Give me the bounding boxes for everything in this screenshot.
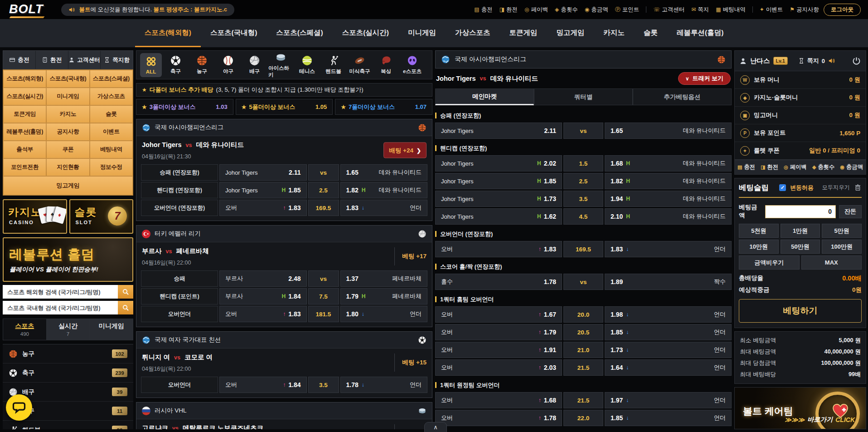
topmenu-item-이벤트[interactable]: ✦이벤트 (760, 6, 783, 14)
menu-미니게임[interactable]: 미니게임 (46, 88, 89, 105)
menu-포인트전환[interactable]: 포인트전환 (3, 158, 46, 176)
match-card-league-header[interactable]: 터키 에펠러 리기 (136, 226, 432, 242)
domestic-search-input[interactable] (3, 301, 118, 314)
bonus-folder-3폴더이상 보너스[interactable]: ★3폴더이상 보너스1.03 (136, 99, 233, 115)
wallet-quick-환전[interactable]: ◨환전 (761, 163, 778, 171)
odds-cell-away[interactable]: 2.10H데와 유나이티드 (605, 208, 732, 225)
topmenu-item-페이백[interactable]: ◎페이백 (524, 6, 548, 14)
overseas-search-button[interactable] (118, 285, 133, 299)
menu-밍고게임[interactable]: 밍고게임 (3, 176, 133, 195)
menu-공지사항[interactable]: 공지사항 (46, 123, 89, 141)
detail-league-header[interactable]: 국제 아시아챔피언스리그 (435, 50, 732, 69)
odds-cell-home[interactable]: 오버↑1.78 (435, 410, 562, 426)
topmenu-item-쪽지[interactable]: ✉쪽지 (691, 6, 709, 14)
odds-cell-away[interactable]: 1.37페네르바체 (340, 270, 428, 287)
wallet-quick-충금액[interactable]: ◉충금액 (840, 163, 863, 171)
odds-cell-home[interactable]: 오버↑1.83 (219, 200, 307, 216)
filter-아이스하키[interactable]: 아이스하키 (268, 50, 293, 81)
bet-amount-input[interactable] (765, 205, 836, 218)
more-bets-button[interactable]: 배팅 +24❯ (383, 142, 427, 158)
match-card-league-header[interactable]: 러시아 VHL (136, 403, 432, 419)
topmenu-item-고객센터[interactable]: ☏고객센터 (653, 6, 684, 14)
amount-button-5만원[interactable]: 5만원 (822, 224, 862, 238)
logout-button[interactable]: 로그아웃 (824, 4, 861, 16)
wallet-quick-충전[interactable]: ▤충전 (737, 163, 755, 171)
menu-슬롯[interactable]: 슬롯 (90, 105, 133, 123)
topmenu-item-충전[interactable]: ▤충전 (474, 6, 492, 14)
amount-button-10만원[interactable]: 10만원 (739, 240, 779, 254)
menu-이벤트[interactable]: 이벤트 (90, 123, 133, 141)
bonus-folder-7폴더이상 보너스[interactable]: ★7폴더이상 보너스1.07 (335, 99, 432, 115)
trash-icon[interactable] (854, 184, 862, 191)
odds-cell-away[interactable]: 1.64↓언더 (605, 359, 732, 376)
overseas-search-input[interactable] (3, 285, 118, 299)
odds-cell-home[interactable]: Johor Tigers2.11 (435, 123, 562, 139)
odds-cell-away[interactable]: 1.79H페네르바체 (340, 288, 428, 304)
odds-cell-home[interactable]: Johor TigersH1.85 (219, 182, 307, 198)
amount-button-1만원[interactable]: 1만원 (781, 224, 820, 238)
nav-tab-토큰게임[interactable]: 토큰게임 (499, 19, 547, 47)
chat-launcher-button[interactable] (6, 394, 32, 421)
topmenu-item-포인트[interactable]: Ⓟ포인트 (615, 6, 640, 14)
odds-cell-home[interactable]: Johor Tigers2.11 (219, 164, 307, 181)
care-team-banner[interactable]: 볼트 케어팀 ≫≫≫ 바로가기 CLICK (734, 387, 866, 429)
odds-cell-home[interactable]: Johor TigersH2.02 (435, 155, 562, 172)
nav-tab-스포츠(해외형)[interactable]: 스포츠(해외형) (135, 19, 201, 47)
left-tab-미니게임[interactable]: 미니게임 (90, 319, 133, 340)
sound-icon[interactable] (828, 57, 835, 64)
menu-스포츠(스페셜)[interactable]: 스포츠(스페셜) (90, 70, 133, 88)
more-bets-button[interactable]: 베팅 +18 (394, 424, 427, 429)
site-logo[interactable]: BOLT (7, 2, 47, 17)
filter-배구[interactable]: 배구 (242, 52, 267, 78)
topmenu-item-충횟수[interactable]: ◈충횟수 (555, 6, 578, 14)
odds-cell-home[interactable]: 오버↑1.83 (435, 241, 562, 257)
odds-cell-away[interactable]: 1.83↓언더 (340, 200, 428, 216)
quick-쪽지함[interactable]: 쪽지함 (101, 51, 133, 69)
filter-테니스[interactable]: 테니스 (295, 52, 320, 78)
menu-베팅내역[interactable]: 베팅내역 (90, 141, 133, 158)
tracker-button[interactable]: ∨ 트래커 보기 (678, 72, 731, 85)
topmenu-item-환전[interactable]: ◨환전 (499, 6, 518, 14)
odds-cell-away[interactable]: 1.94H데와 유나이티드 (605, 191, 732, 207)
sport-row-핸드볼[interactable]: 핸드볼29 (3, 421, 133, 429)
odds-cell-away[interactable]: 1.80↓언더 (340, 306, 428, 322)
odds-cell-home[interactable]: 홀수1.78 (435, 274, 562, 290)
more-bets-button[interactable]: 베팅 +17 (394, 247, 427, 265)
odds-cell-away[interactable]: 1.85↓언더 (605, 410, 732, 426)
wallet-quick-페이백[interactable]: ◎페이백 (784, 163, 807, 171)
nav-tab-슬롯[interactable]: 슬롯 (634, 19, 667, 47)
menu-스포츠(실시간)[interactable]: 스포츠(실시간) (3, 88, 46, 105)
domestic-search-button[interactable] (118, 301, 133, 314)
amount-button-5천원[interactable]: 5천원 (739, 224, 779, 238)
amount-button-50만원[interactable]: 50만원 (781, 240, 820, 254)
filter-ALL[interactable]: ALL (140, 53, 162, 77)
odds-cell-home[interactable]: 오버↑1.91 (435, 342, 562, 358)
odds-cell-away[interactable]: 1.85↓언더 (605, 324, 732, 340)
odds-cell-home[interactable]: 부르사H1.84 (219, 288, 307, 304)
menu-레볼루션(홀덤)[interactable]: 레볼루션(홀덤) (3, 123, 46, 141)
detail-tab-메인마켓[interactable]: 메인마켓 (435, 88, 534, 105)
menu-출석부[interactable]: 출석부 (3, 141, 46, 158)
topmenu-item-베팅내역[interactable]: ▦베팅내역 (716, 6, 745, 14)
nav-tab-가상스포츠[interactable]: 가상스포츠 (446, 19, 500, 47)
odds-cell-home[interactable]: 부르사2.48 (219, 270, 307, 287)
detail-tab-쿼터별[interactable]: 쿼터별 (534, 88, 633, 105)
menu-스포츠(해외형)[interactable]: 스포츠(해외형) (3, 70, 46, 88)
sport-row-농구[interactable]: 농구102 (3, 344, 133, 363)
quick-충전[interactable]: 충전 (3, 51, 36, 69)
slot-banner[interactable]: 슬롯 SLOT 7 (69, 199, 134, 234)
odds-cell-away[interactable]: 1.73↓언더 (605, 342, 732, 358)
casino-banner[interactable]: 카지노 CASINO ♥ ♠ ♦ (3, 199, 67, 234)
amount-button-100만원[interactable]: 100만원 (822, 240, 862, 254)
odds-cell-away[interactable]: 1.82H데와 유나이티드 (605, 173, 732, 189)
match-card-league-header[interactable]: 국제 여자 국가대표 친선 (136, 332, 432, 349)
menu-카지노[interactable]: 카지노 (46, 105, 89, 123)
filter-미식축구[interactable]: 미식축구 (347, 52, 372, 78)
menu-가상스포츠[interactable]: 가상스포츠 (90, 88, 133, 105)
nav-tab-밍고게임[interactable]: 밍고게임 (547, 19, 594, 47)
quick-고객센터[interactable]: 고객센터 (68, 51, 101, 69)
topmenu-item-충금액[interactable]: ◉충금액 (585, 6, 608, 14)
left-tab-스포츠[interactable]: 스포츠490 (3, 319, 47, 340)
odds-cell-home[interactable]: Johor TigersH1.85 (435, 173, 562, 189)
wallet-quick-충횟수[interactable]: ◈충횟수 (812, 163, 834, 171)
